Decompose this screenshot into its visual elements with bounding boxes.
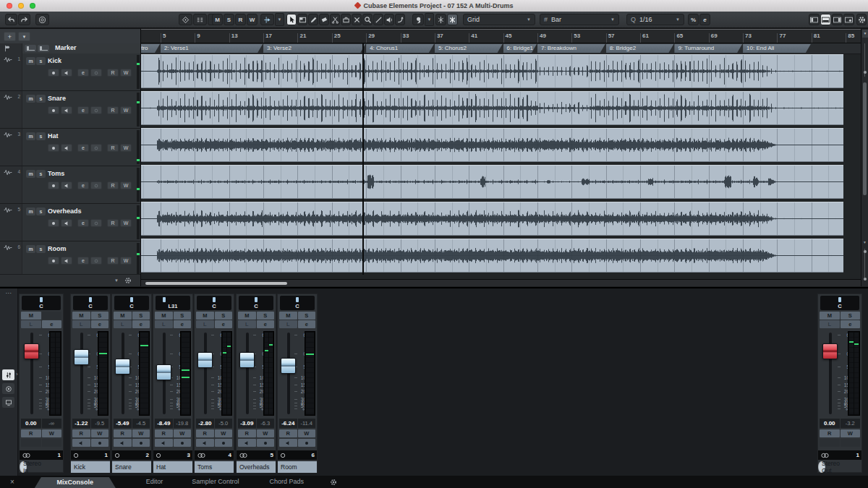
line-tool-button[interactable] [373, 14, 383, 25]
zone-setup-button[interactable] [843, 14, 854, 25]
edit-channel-button[interactable]: e [298, 320, 316, 328]
write-automation-button[interactable]: W [120, 144, 132, 152]
track-mute-button[interactable]: m [26, 95, 35, 103]
redo-button[interactable] [18, 14, 30, 25]
peak-db-value[interactable]: -∞ [42, 419, 62, 428]
tab-sampler-control[interactable]: Sampler Control [192, 476, 239, 488]
monitor-button[interactable] [196, 439, 214, 447]
add-track-button[interactable]: + [4, 32, 16, 41]
track-solo-button[interactable]: s [36, 245, 46, 253]
record-enable-button[interactable] [91, 439, 109, 447]
write-automation-button[interactable]: W [120, 106, 132, 114]
volume-fader-handle[interactable] [115, 359, 130, 374]
fader-db-value[interactable]: -2.80 [196, 419, 214, 428]
edit-channel-button[interactable]: e [77, 144, 89, 152]
project-activate-icon[interactable] [35, 14, 49, 25]
peak-db-value[interactable]: -19.8 [174, 419, 192, 428]
track-scroll-down-button[interactable]: ▼ [114, 278, 119, 283]
track-mute-button[interactable]: m [26, 170, 35, 178]
read-automation-button[interactable]: R [238, 429, 256, 437]
mute-tool-button[interactable] [352, 14, 362, 25]
edit-channel-button[interactable]: e [174, 320, 192, 328]
channel-mute-button[interactable]: M [279, 312, 297, 320]
read-automation-button[interactable]: R [114, 429, 132, 437]
fader-db-value[interactable]: -1.22 [72, 419, 90, 428]
listen-button[interactable]: L [279, 320, 297, 328]
monitor-button[interactable] [61, 69, 72, 77]
add-cycle-marker-button[interactable] [38, 45, 49, 52]
marker-track-name[interactable]: Marker [55, 44, 77, 51]
read-automation-button[interactable]: R [21, 429, 41, 437]
rail-expand-arrow[interactable]: › [16, 371, 18, 377]
marker-chip[interactable]: 4: Chorus1 [366, 44, 434, 53]
edit-channel-button[interactable]: e [77, 181, 89, 189]
lower-zone-toggle-button[interactable] [820, 14, 831, 25]
waveform-zoom-slider[interactable] [864, 249, 865, 281]
channel-name[interactable]: Stereo In [20, 461, 27, 473]
channel-solo-button[interactable]: S [174, 312, 192, 320]
write-automation-button[interactable]: W [257, 429, 275, 437]
pan-control[interactable]: L31 [156, 296, 190, 310]
marker-track-header[interactable]: Marker [0, 43, 140, 54]
fader-db-value[interactable]: -8.49 [155, 419, 173, 428]
track-settings-gear-button[interactable] [124, 277, 132, 284]
record-enable-button[interactable] [298, 439, 316, 447]
track-name[interactable]: Toms [48, 170, 64, 177]
write-automation-button[interactable]: W [120, 257, 132, 265]
monitor-button[interactable] [279, 439, 297, 447]
write-automation-button[interactable]: W [120, 69, 132, 77]
write-automation-button[interactable]: W [42, 429, 62, 437]
audio-event-clip[interactable] [141, 239, 843, 273]
channel-mute-button[interactable]: M [196, 312, 214, 320]
listen-button[interactable]: L [114, 320, 132, 328]
freeze-button[interactable] [90, 181, 102, 189]
read-automation-button[interactable]: R [107, 257, 119, 265]
listen-button[interactable]: L [72, 320, 90, 328]
track-solo-button[interactable]: s [36, 95, 46, 103]
write-automation-button[interactable]: W [91, 429, 109, 437]
edit-channel-button[interactable]: e [42, 320, 62, 328]
zoom-tool-button[interactable] [362, 14, 373, 25]
read-automation-button[interactable]: R [72, 429, 90, 437]
record-enable-button[interactable] [257, 439, 275, 447]
volume-fader-handle[interactable] [197, 352, 213, 368]
audio-event-clip[interactable] [141, 91, 843, 125]
marker-chip[interactable]: 1: Intro [141, 44, 160, 53]
volume-fader-handle[interactable] [822, 343, 838, 359]
read-automation-button[interactable]: R [155, 429, 173, 437]
color-tool-options-button[interactable]: ▼ [425, 13, 434, 26]
read-automation-button[interactable]: R [107, 181, 119, 189]
mixconsole-menu-button[interactable]: ⋯ [0, 290, 17, 296]
listen-button[interactable]: L [238, 320, 256, 328]
draw-tool-button[interactable] [308, 14, 318, 25]
auto-scroll-options-button[interactable]: ▼ [275, 13, 284, 26]
split-tool-button[interactable] [330, 14, 340, 25]
track-row[interactable]: 1msKickeRW [0, 53, 140, 91]
read-automation-button[interactable]: R [107, 69, 119, 77]
read-automation-button[interactable]: R [196, 429, 214, 437]
monitor-button[interactable] [72, 439, 90, 447]
project-cursor[interactable] [362, 43, 364, 275]
global-write-button[interactable]: W [247, 14, 258, 25]
marker-chip[interactable]: 6: Bridge1 [503, 44, 537, 53]
listen-button[interactable]: L [21, 320, 41, 328]
channel-solo-button[interactable]: S [257, 312, 275, 320]
quantize-panel-button[interactable]: e [699, 14, 710, 25]
channel-name[interactable]: Room [278, 461, 317, 473]
fader-db-value[interactable]: -6.24 [279, 419, 297, 428]
grid-type-dropdown[interactable]: # Bar▼ [540, 14, 619, 25]
listen-button[interactable]: L [155, 320, 173, 328]
channel-mute-button[interactable]: M [155, 312, 173, 320]
track-row[interactable]: 2msSnareeRW [0, 91, 140, 129]
audio-event-clip[interactable] [141, 128, 843, 162]
channel-solo-button[interactable]: S [215, 312, 233, 320]
lower-zone-setup-gear-button[interactable] [330, 479, 337, 486]
record-enable-button[interactable] [174, 439, 192, 447]
channel-mute-button[interactable]: M [72, 312, 90, 320]
channel-name[interactable]: Toms [195, 461, 234, 473]
track-name[interactable]: Hat [48, 132, 59, 140]
track-row[interactable]: 5msOverheadseRW [0, 204, 140, 241]
record-enable-button[interactable] [48, 106, 59, 114]
global-mute-button[interactable]: M [212, 14, 223, 25]
volume-fader-handle[interactable] [239, 352, 255, 368]
